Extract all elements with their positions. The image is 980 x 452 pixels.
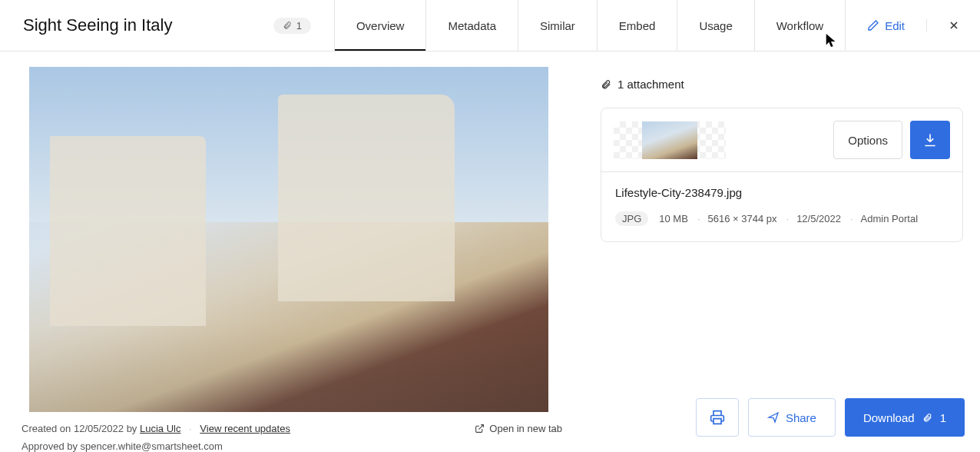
share-button[interactable]: Share — [748, 398, 836, 437]
attachment-meta: JPG 10 MB 5616 × 3744 px 12/5/2022 Admin… — [615, 211, 949, 226]
file-source: Admin Portal — [852, 213, 918, 224]
attachment-filename: Lifestyle-City-238479.jpg — [615, 186, 949, 199]
approved-by: Approved by spencer.white@smartsheet.com — [15, 440, 562, 452]
file-date: 12/5/2022 — [788, 213, 841, 224]
open-in-new-tab[interactable]: Open in new tab — [475, 423, 562, 434]
page-title: Sight Seeing in Italy — [23, 15, 172, 35]
tab-metadata[interactable]: Metadata — [425, 0, 518, 51]
recent-updates-link[interactable]: View recent updates — [200, 423, 290, 434]
paperclip-icon — [601, 79, 611, 90]
paperclip-icon — [283, 21, 292, 30]
attachment-count-value: 1 — [296, 20, 302, 32]
download-button[interactable]: Download 1 — [845, 398, 965, 437]
author-link[interactable]: Lucia Ulc — [140, 423, 180, 434]
file-size: 10 MB — [659, 213, 688, 224]
download-attachment-button[interactable] — [910, 121, 950, 159]
print-button[interactable] — [696, 398, 739, 437]
tab-similar[interactable]: Similar — [518, 0, 597, 51]
footer-actions: Share Download 1 — [696, 398, 965, 437]
external-link-icon — [475, 424, 485, 434]
share-icon — [767, 411, 780, 424]
attachment-count-pill[interactable]: 1 — [273, 18, 311, 34]
paperclip-icon — [922, 413, 932, 423]
printer-icon — [710, 410, 725, 425]
attachment-thumbnail[interactable] — [614, 121, 726, 159]
tab-usage[interactable]: Usage — [677, 0, 753, 51]
file-dimensions: 5616 × 3744 px — [699, 213, 777, 224]
tab-embed[interactable]: Embed — [597, 0, 677, 51]
pencil-icon — [867, 19, 879, 32]
created-meta: Created on 12/05/2022 by Lucia Ulc · Vie… — [22, 423, 290, 434]
tab-edit[interactable]: Edit — [845, 0, 926, 51]
attachments-header: 1 attachment — [601, 78, 684, 91]
download-icon — [922, 132, 938, 148]
close-icon — [948, 19, 960, 32]
tab-overview[interactable]: Overview — [334, 0, 426, 51]
format-badge: JPG — [615, 211, 648, 226]
asset-preview[interactable] — [29, 67, 548, 412]
options-button[interactable]: Options — [833, 121, 902, 159]
close-button[interactable] — [926, 19, 980, 32]
tabs: Overview Metadata Similar Embed Usage Wo… — [334, 0, 926, 51]
attachment-card: Options Lifestyle-City-238479.jpg JPG 10… — [601, 108, 963, 242]
